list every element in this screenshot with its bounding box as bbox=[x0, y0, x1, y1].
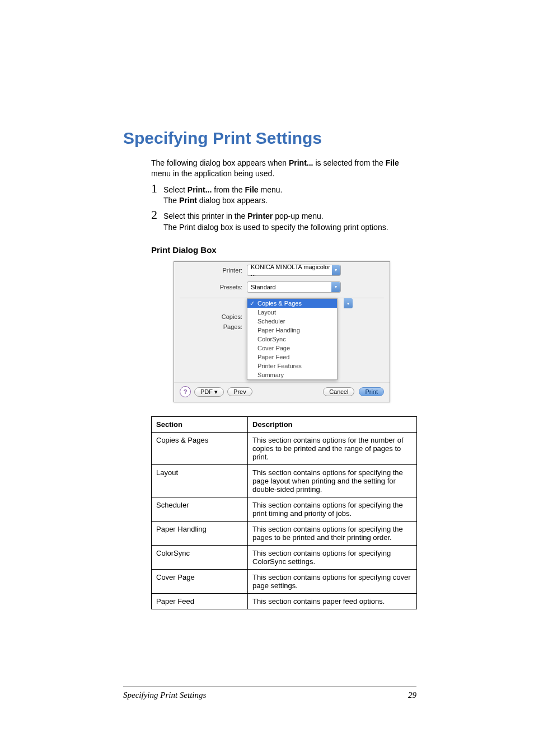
menu-item-summary[interactable]: Summary bbox=[247, 370, 337, 379]
intro-paragraph: The following dialog box appears when Pr… bbox=[151, 158, 416, 179]
footer-page-number: 29 bbox=[408, 691, 416, 700]
intro-text-pre: The following dialog box appears when bbox=[151, 158, 289, 167]
step-1: 1 Select Print... from the File menu. Th… bbox=[151, 182, 416, 206]
menu-item-paper-handling[interactable]: Paper Handling bbox=[247, 326, 337, 335]
cell-description: This section contains paper feed options… bbox=[248, 594, 417, 609]
table-row: Cover Page This section contains options… bbox=[152, 570, 417, 594]
page-footer: Specifying Print Settings 29 bbox=[123, 687, 416, 700]
table-row: Copies & Pages This section contains opt… bbox=[152, 433, 417, 465]
cell-section: Paper Handling bbox=[152, 522, 248, 546]
step2-line2: The Print dialog box is used to specify … bbox=[163, 223, 388, 232]
pdf-button[interactable]: PDF ▾ bbox=[194, 387, 224, 397]
step-2: 2 Select this printer in the Printer pop… bbox=[151, 209, 416, 233]
printer-label: Printer: bbox=[181, 267, 247, 274]
pages-label: Pages: bbox=[181, 322, 242, 332]
cell-description: This section contains options for specif… bbox=[248, 465, 417, 497]
intro-text-bold2: File bbox=[386, 158, 399, 167]
step1-line1-b2: File bbox=[245, 185, 259, 194]
cell-section: Copies & Pages bbox=[152, 433, 248, 465]
cell-section: Paper Feed bbox=[152, 594, 248, 609]
copies-label: Copies: bbox=[181, 312, 242, 322]
table-row: Layout This section contains options for… bbox=[152, 465, 417, 497]
table-row: ColorSync This section contains options … bbox=[152, 546, 417, 570]
menu-item-layout[interactable]: Layout bbox=[247, 308, 337, 317]
step2-line1-post: pop-up menu. bbox=[273, 212, 323, 220]
menu-item-scheduler[interactable]: Scheduler bbox=[247, 317, 337, 326]
dropdown-arrow-icon: ▾ bbox=[332, 265, 340, 275]
footer-title: Specifying Print Settings bbox=[123, 691, 206, 700]
printer-select-value: KONICA MINOLTA magicolor ... bbox=[251, 264, 332, 277]
table-row: Paper Feed This section contains paper f… bbox=[152, 594, 417, 609]
preview-button[interactable]: Prev bbox=[227, 387, 252, 396]
cancel-button[interactable]: Cancel bbox=[323, 387, 354, 396]
menu-item-cover-page[interactable]: Cover Page bbox=[247, 344, 337, 353]
section-popup-menu[interactable]: Copies & Pages Layout Scheduler Paper Ha… bbox=[247, 298, 338, 380]
step2-line1-b1: Printer bbox=[247, 212, 273, 220]
help-button[interactable]: ? bbox=[180, 386, 191, 397]
intro-text-suffix: menu in the application being used. bbox=[151, 169, 274, 178]
print-button[interactable]: Print bbox=[359, 387, 384, 396]
cell-section: ColorSync bbox=[152, 546, 248, 570]
printer-select[interactable]: KONICA MINOLTA magicolor ... ▾ bbox=[247, 265, 341, 276]
step1-line2-post: dialog box appears. bbox=[197, 196, 268, 205]
table-row: Scheduler This section contains options … bbox=[152, 497, 417, 522]
intro-text-mid: is selected from the bbox=[313, 158, 386, 167]
presets-select[interactable]: Standard ▾ bbox=[247, 281, 341, 293]
menu-item-copies-pages[interactable]: Copies & Pages bbox=[247, 299, 337, 308]
step1-line1-post: menu. bbox=[259, 185, 283, 194]
presets-select-value: Standard bbox=[251, 284, 276, 290]
sub-heading: Print Dialog Box bbox=[151, 245, 416, 255]
step1-line2-pre: The bbox=[163, 196, 179, 205]
cell-description: This section contains options for specif… bbox=[248, 497, 417, 522]
step1-line2-b1: Print bbox=[179, 196, 197, 205]
step1-line1-pre: Select bbox=[163, 185, 188, 194]
cell-section: Scheduler bbox=[152, 497, 248, 522]
intro-text-bold1: Print... bbox=[289, 158, 313, 167]
th-section: Section bbox=[152, 417, 248, 433]
table-row: Paper Handling This section contains opt… bbox=[152, 522, 417, 546]
dropdown-arrow-icon: ▾ bbox=[331, 282, 340, 292]
step1-line1-mid: from the bbox=[212, 185, 245, 194]
th-description: Description bbox=[248, 417, 417, 433]
cell-description: This section contains options for specif… bbox=[248, 570, 417, 594]
step1-line1-b1: Print... bbox=[188, 185, 212, 194]
cell-description: This section contains options for specif… bbox=[248, 522, 417, 546]
page-heading: Specifying Print Settings bbox=[123, 129, 416, 148]
step2-line1-pre: Select this printer in the bbox=[163, 212, 247, 220]
cell-description: This section contains options for the nu… bbox=[248, 433, 417, 465]
cell-description: This section contains options for specif… bbox=[248, 546, 417, 570]
menu-item-colorsync[interactable]: ColorSync bbox=[247, 335, 337, 344]
menu-item-paper-feed[interactable]: Paper Feed bbox=[247, 353, 337, 361]
dropdown-arrow-icon: ▾ bbox=[344, 298, 353, 308]
presets-label: Presets: bbox=[181, 284, 247, 290]
menu-item-printer-features[interactable]: Printer Features bbox=[247, 361, 337, 370]
step-number: 2 bbox=[151, 209, 163, 221]
cell-section: Layout bbox=[152, 465, 248, 497]
print-dialog: Printer: KONICA MINOLTA magicolor ... ▾ … bbox=[174, 261, 390, 402]
sections-table: Section Description Copies & Pages This … bbox=[151, 416, 417, 609]
cell-section: Cover Page bbox=[152, 570, 248, 594]
step-number: 1 bbox=[151, 182, 163, 195]
